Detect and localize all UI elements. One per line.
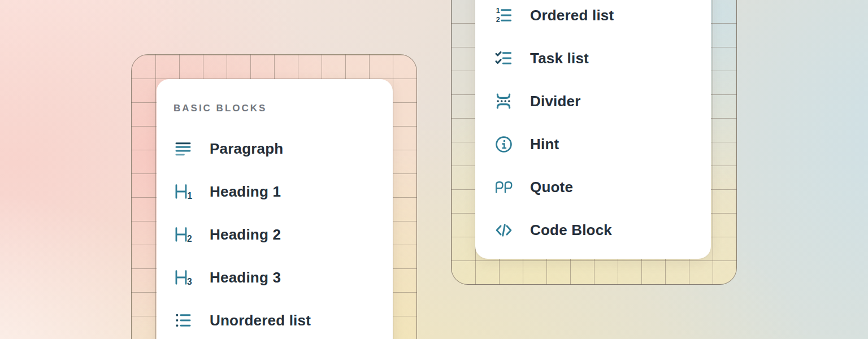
heading-1-icon: 1: [173, 182, 193, 201]
heading-3-icon: 3: [173, 268, 193, 287]
menu-item-label: Paragraph: [210, 140, 283, 158]
menu-item-label: Unordered list: [210, 312, 311, 329]
menu-item-label: Heading 2: [210, 226, 281, 244]
advanced-blocks-item-list: 1 2 Ordered list Task list: [494, 0, 711, 251]
menu-item-label: Heading 1: [210, 183, 281, 201]
svg-text:1: 1: [188, 191, 193, 201]
menu-item-label: Code Block: [530, 221, 612, 239]
svg-text:2: 2: [496, 16, 500, 24]
menu-item-heading-2[interactable]: 2 Heading 2: [173, 213, 393, 256]
menu-item-label: Heading 3: [210, 269, 281, 286]
menu-item-task-list[interactable]: Task list: [494, 37, 711, 80]
menu-item-label: Divider: [530, 93, 581, 110]
svg-text:1: 1: [496, 7, 500, 15]
menu-item-label: Quote: [530, 179, 573, 196]
basic-blocks-menu-card: BASIC BLOCKS Paragraph 1: [157, 79, 393, 339]
menu-item-hint[interactable]: Hint: [494, 123, 711, 166]
menu-item-heading-1[interactable]: 1 Heading 1: [173, 170, 393, 213]
menu-item-heading-3[interactable]: 3 Heading 3: [173, 256, 393, 299]
block-menu-hero: { "left_panel": { "section_label": "BASI…: [0, 0, 868, 339]
menu-item-label: Task list: [530, 50, 589, 67]
heading-2-icon: 2: [173, 225, 193, 244]
ordered-list-icon: 1 2: [494, 6, 513, 24]
paragraph-icon: [173, 140, 193, 158]
basic-blocks-item-list: Paragraph 1 Heading 1 2: [173, 127, 393, 339]
quote-icon: [494, 179, 513, 195]
task-list-icon: [494, 49, 513, 67]
menu-item-ordered-list[interactable]: 1 2 Ordered list: [494, 0, 711, 37]
menu-item-label: Ordered list: [530, 7, 614, 24]
menu-item-unordered-list[interactable]: Unordered list: [173, 299, 393, 339]
svg-text:3: 3: [187, 277, 192, 286]
advanced-blocks-menu-card: 1 2 Ordered list Task list: [475, 0, 711, 259]
menu-item-divider[interactable]: Divider: [494, 80, 711, 123]
menu-item-paragraph[interactable]: Paragraph: [173, 127, 393, 170]
menu-item-quote[interactable]: Quote: [494, 166, 711, 208]
menu-item-code-block[interactable]: Code Block: [494, 208, 711, 251]
divider-icon: [494, 92, 513, 111]
section-header-basic-blocks: BASIC BLOCKS: [173, 79, 393, 116]
hint-icon: [494, 135, 513, 154]
code-block-icon: [494, 221, 513, 240]
menu-item-label: Hint: [530, 136, 559, 153]
unordered-list-icon: [173, 311, 193, 329]
svg-text:2: 2: [187, 234, 192, 244]
